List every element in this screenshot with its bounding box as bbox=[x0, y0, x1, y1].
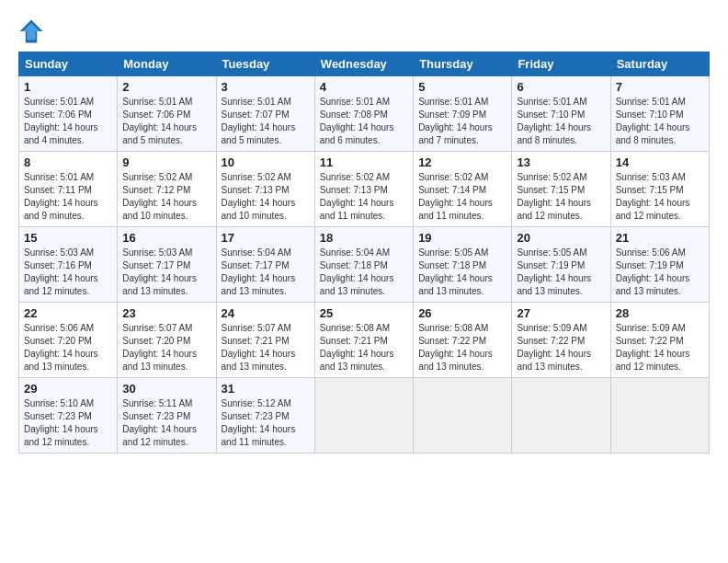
calendar-cell: 12 Sunrise: 5:02 AM Sunset: 7:14 PM Dayl… bbox=[414, 152, 512, 227]
calendar-cell: 24 Sunrise: 5:07 AM Sunset: 7:21 PM Dayl… bbox=[216, 303, 314, 378]
calendar-cell: 5 Sunrise: 5:01 AM Sunset: 7:09 PM Dayli… bbox=[414, 76, 512, 152]
calendar-cell: 25 Sunrise: 5:08 AM Sunset: 7:21 PM Dayl… bbox=[314, 303, 413, 378]
day-number: 9 bbox=[122, 155, 210, 169]
day-info: Sunrise: 5:07 AM Sunset: 7:20 PM Dayligh… bbox=[122, 322, 210, 373]
day-info: Sunrise: 5:04 AM Sunset: 7:18 PM Dayligh… bbox=[320, 247, 408, 298]
calendar-week: 29 Sunrise: 5:10 AM Sunset: 7:23 PM Dayl… bbox=[19, 378, 710, 454]
calendar-week: 15 Sunrise: 5:03 AM Sunset: 7:16 PM Dayl… bbox=[19, 227, 710, 303]
weekday-row: SundayMondayTuesdayWednesdayThursdayFrid… bbox=[19, 52, 710, 76]
day-info: Sunrise: 5:02 AM Sunset: 7:13 PM Dayligh… bbox=[222, 171, 310, 223]
day-info: Sunrise: 5:08 AM Sunset: 7:21 PM Dayligh… bbox=[320, 322, 408, 373]
calendar-cell: 2 Sunrise: 5:01 AM Sunset: 7:06 PM Dayli… bbox=[118, 76, 216, 152]
calendar-body: 1 Sunrise: 5:01 AM Sunset: 7:06 PM Dayli… bbox=[19, 76, 710, 454]
day-number: 30 bbox=[122, 382, 210, 396]
calendar-cell: 8 Sunrise: 5:01 AM Sunset: 7:11 PM Dayli… bbox=[19, 152, 118, 227]
day-number: 20 bbox=[517, 231, 605, 245]
calendar-cell bbox=[414, 378, 512, 454]
calendar-cell: 20 Sunrise: 5:05 AM Sunset: 7:19 PM Dayl… bbox=[512, 227, 610, 303]
day-info: Sunrise: 5:01 AM Sunset: 7:08 PM Dayligh… bbox=[320, 96, 408, 147]
day-number: 3 bbox=[222, 80, 310, 94]
day-number: 16 bbox=[122, 231, 210, 245]
day-info: Sunrise: 5:02 AM Sunset: 7:15 PM Dayligh… bbox=[517, 171, 605, 223]
calendar-cell: 31 Sunrise: 5:12 AM Sunset: 7:23 PM Dayl… bbox=[216, 378, 314, 454]
day-info: Sunrise: 5:02 AM Sunset: 7:12 PM Dayligh… bbox=[122, 171, 210, 223]
day-number: 11 bbox=[320, 155, 408, 169]
day-number: 10 bbox=[222, 155, 310, 169]
day-info: Sunrise: 5:09 AM Sunset: 7:22 PM Dayligh… bbox=[616, 322, 704, 373]
calendar-week: 8 Sunrise: 5:01 AM Sunset: 7:11 PM Dayli… bbox=[19, 152, 710, 227]
day-info: Sunrise: 5:01 AM Sunset: 7:11 PM Dayligh… bbox=[24, 171, 112, 223]
day-info: Sunrise: 5:10 AM Sunset: 7:23 PM Dayligh… bbox=[24, 397, 112, 449]
day-number: 8 bbox=[24, 155, 112, 169]
day-number: 28 bbox=[616, 306, 704, 320]
page: SundayMondayTuesdayWednesdayThursdayFrid… bbox=[0, 0, 728, 465]
day-info: Sunrise: 5:09 AM Sunset: 7:22 PM Dayligh… bbox=[517, 322, 605, 373]
day-number: 14 bbox=[616, 155, 704, 169]
day-number: 17 bbox=[222, 231, 310, 245]
day-number: 26 bbox=[418, 306, 506, 320]
day-number: 24 bbox=[222, 306, 310, 320]
calendar-cell: 4 Sunrise: 5:01 AM Sunset: 7:08 PM Dayli… bbox=[314, 76, 413, 152]
day-number: 7 bbox=[616, 80, 704, 94]
day-number: 27 bbox=[517, 306, 605, 320]
calendar-cell: 7 Sunrise: 5:01 AM Sunset: 7:10 PM Dayli… bbox=[610, 76, 709, 152]
day-number: 29 bbox=[24, 382, 112, 396]
day-number: 31 bbox=[222, 382, 310, 396]
day-number: 18 bbox=[320, 231, 408, 245]
calendar-cell: 3 Sunrise: 5:01 AM Sunset: 7:07 PM Dayli… bbox=[216, 76, 314, 152]
calendar-cell: 17 Sunrise: 5:04 AM Sunset: 7:17 PM Dayl… bbox=[216, 227, 314, 303]
day-info: Sunrise: 5:01 AM Sunset: 7:09 PM Dayligh… bbox=[418, 96, 506, 147]
calendar-cell: 30 Sunrise: 5:11 AM Sunset: 7:23 PM Dayl… bbox=[118, 378, 216, 454]
day-info: Sunrise: 5:01 AM Sunset: 7:10 PM Dayligh… bbox=[616, 96, 704, 147]
day-number: 6 bbox=[517, 80, 605, 94]
calendar-cell: 10 Sunrise: 5:02 AM Sunset: 7:13 PM Dayl… bbox=[216, 152, 314, 227]
day-number: 4 bbox=[320, 80, 408, 94]
calendar-cell: 19 Sunrise: 5:05 AM Sunset: 7:18 PM Dayl… bbox=[414, 227, 512, 303]
calendar-cell: 15 Sunrise: 5:03 AM Sunset: 7:16 PM Dayl… bbox=[19, 227, 118, 303]
calendar-cell: 28 Sunrise: 5:09 AM Sunset: 7:22 PM Dayl… bbox=[610, 303, 709, 378]
day-info: Sunrise: 5:06 AM Sunset: 7:20 PM Dayligh… bbox=[24, 322, 112, 373]
day-info: Sunrise: 5:03 AM Sunset: 7:17 PM Dayligh… bbox=[122, 247, 210, 298]
day-info: Sunrise: 5:01 AM Sunset: 7:10 PM Dayligh… bbox=[517, 96, 605, 147]
weekday-header: Wednesday bbox=[314, 52, 413, 76]
day-number: 12 bbox=[418, 155, 506, 169]
calendar-cell: 26 Sunrise: 5:08 AM Sunset: 7:22 PM Dayl… bbox=[414, 303, 512, 378]
day-info: Sunrise: 5:03 AM Sunset: 7:16 PM Dayligh… bbox=[24, 247, 112, 298]
calendar-cell: 27 Sunrise: 5:09 AM Sunset: 7:22 PM Dayl… bbox=[512, 303, 610, 378]
day-info: Sunrise: 5:07 AM Sunset: 7:21 PM Dayligh… bbox=[222, 322, 310, 373]
weekday-header: Tuesday bbox=[216, 52, 314, 76]
calendar-cell: 29 Sunrise: 5:10 AM Sunset: 7:23 PM Dayl… bbox=[19, 378, 118, 454]
calendar-cell: 23 Sunrise: 5:07 AM Sunset: 7:20 PM Dayl… bbox=[118, 303, 216, 378]
day-number: 21 bbox=[616, 231, 704, 245]
day-info: Sunrise: 5:11 AM Sunset: 7:23 PM Dayligh… bbox=[122, 397, 210, 449]
day-number: 5 bbox=[418, 80, 506, 94]
weekday-header: Thursday bbox=[414, 52, 512, 76]
logo-icon bbox=[18, 18, 44, 44]
day-info: Sunrise: 5:04 AM Sunset: 7:17 PM Dayligh… bbox=[222, 247, 310, 298]
calendar-cell: 14 Sunrise: 5:03 AM Sunset: 7:15 PM Dayl… bbox=[610, 152, 709, 227]
calendar-cell: 13 Sunrise: 5:02 AM Sunset: 7:15 PM Dayl… bbox=[512, 152, 610, 227]
day-info: Sunrise: 5:12 AM Sunset: 7:23 PM Dayligh… bbox=[222, 397, 310, 449]
day-number: 13 bbox=[517, 155, 605, 169]
day-info: Sunrise: 5:05 AM Sunset: 7:18 PM Dayligh… bbox=[418, 247, 506, 298]
day-info: Sunrise: 5:05 AM Sunset: 7:19 PM Dayligh… bbox=[517, 247, 605, 298]
calendar-cell: 16 Sunrise: 5:03 AM Sunset: 7:17 PM Dayl… bbox=[118, 227, 216, 303]
calendar-cell bbox=[314, 378, 413, 454]
day-number: 15 bbox=[24, 231, 112, 245]
day-info: Sunrise: 5:01 AM Sunset: 7:06 PM Dayligh… bbox=[122, 96, 210, 147]
day-number: 23 bbox=[122, 306, 210, 320]
day-number: 19 bbox=[418, 231, 506, 245]
day-info: Sunrise: 5:03 AM Sunset: 7:15 PM Dayligh… bbox=[616, 171, 704, 223]
calendar-week: 22 Sunrise: 5:06 AM Sunset: 7:20 PM Dayl… bbox=[19, 303, 710, 378]
calendar-week: 1 Sunrise: 5:01 AM Sunset: 7:06 PM Dayli… bbox=[19, 76, 710, 152]
calendar-cell: 1 Sunrise: 5:01 AM Sunset: 7:06 PM Dayli… bbox=[19, 76, 118, 152]
calendar: SundayMondayTuesdayWednesdayThursdayFrid… bbox=[18, 52, 710, 454]
calendar-cell: 21 Sunrise: 5:06 AM Sunset: 7:19 PM Dayl… bbox=[610, 227, 709, 303]
day-number: 22 bbox=[24, 306, 112, 320]
header bbox=[18, 15, 710, 44]
calendar-cell bbox=[512, 378, 610, 454]
weekday-header: Sunday bbox=[19, 52, 118, 76]
day-number: 1 bbox=[24, 80, 112, 94]
day-info: Sunrise: 5:01 AM Sunset: 7:06 PM Dayligh… bbox=[24, 96, 112, 147]
day-info: Sunrise: 5:02 AM Sunset: 7:14 PM Dayligh… bbox=[418, 171, 506, 223]
